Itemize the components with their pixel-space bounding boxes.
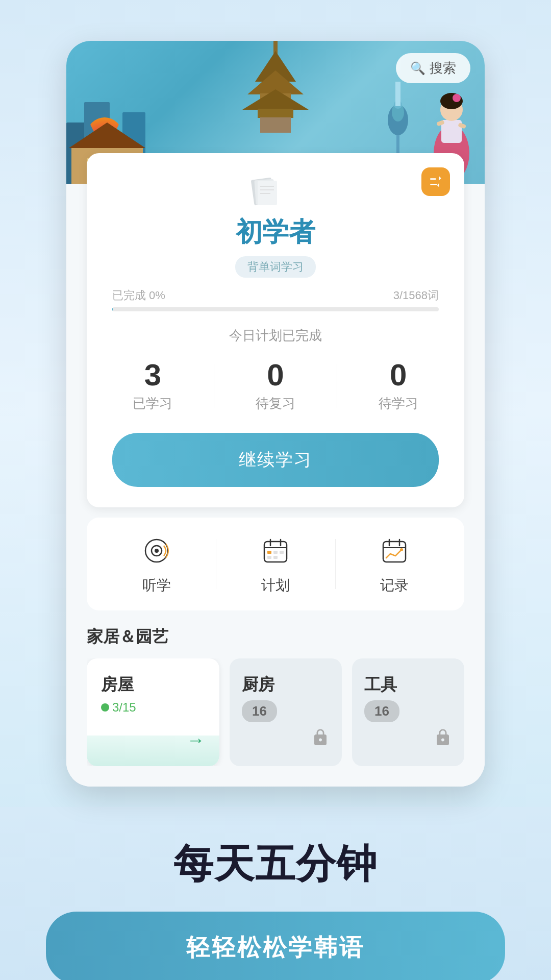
house-card-content: 房屋 3/15	[101, 674, 205, 715]
progress-section: 已完成 0% 3/1568词	[112, 288, 439, 311]
category-card-house[interactable]: 房屋 3/15 →	[87, 658, 219, 766]
category-title: 家居＆园艺	[87, 626, 464, 648]
svg-rect-6	[258, 109, 293, 118]
kitchen-card-title: 厨房	[242, 674, 330, 696]
stat-divider-1	[214, 364, 214, 408]
progress-bar-fill	[112, 307, 113, 311]
search-icon: 🔍	[410, 61, 425, 76]
category-cards: 房屋 3/15 → 厨房 16	[87, 658, 464, 766]
continue-button[interactable]: 继续学习	[112, 433, 439, 487]
lock-icon-kitchen	[311, 728, 330, 747]
stat-review-number: 0	[256, 360, 295, 390]
listen-icon-container	[139, 533, 174, 569]
svg-point-23	[453, 94, 461, 102]
daily-plan-title: 今日计划已完成	[112, 327, 439, 345]
quick-actions: 听学	[87, 518, 464, 610]
green-dot	[101, 703, 109, 712]
vocab-tag-container: 背单词学习	[112, 256, 439, 278]
stat-pending: 0 待学习	[379, 360, 418, 412]
book-icon	[250, 174, 301, 209]
progress-bar	[112, 307, 439, 311]
listen-icon	[141, 535, 172, 566]
stats-row: 3 已学习 0 待复习 0 待学习	[112, 360, 439, 412]
stat-pending-label: 待学习	[379, 395, 418, 412]
plan-label: 计划	[261, 576, 290, 595]
book-illustration	[112, 174, 439, 209]
listen-label: 听学	[142, 576, 171, 595]
tools-count-badge: 16	[364, 700, 399, 722]
progress-left-label: 已完成 0%	[112, 288, 165, 303]
svg-rect-28	[258, 181, 277, 205]
stat-learned-number: 3	[133, 360, 172, 390]
search-button[interactable]: 🔍 搜索	[396, 53, 470, 83]
action-listen[interactable]: 听学	[97, 533, 216, 595]
shuffle-button[interactable]	[421, 167, 450, 196]
lock-icon-tools	[434, 728, 452, 747]
svg-marker-14	[69, 122, 145, 148]
svg-point-34	[155, 549, 159, 553]
phone-card: 🔍 搜索	[66, 41, 485, 787]
svg-rect-42	[267, 556, 271, 559]
svg-rect-40	[273, 551, 278, 554]
stat-review: 0 待复习	[256, 360, 295, 412]
stat-divider-2	[337, 364, 337, 408]
category-section: 家居＆园艺 房屋 3/15 →	[87, 626, 464, 766]
main-content: 初学者 背单词学习 已完成 0% 3/1568词 今日计划已完成	[66, 153, 485, 787]
house-card-arrow: →	[187, 729, 205, 751]
action-record[interactable]: 记录	[335, 533, 454, 595]
stat-pending-number: 0	[379, 360, 418, 390]
svg-rect-12	[395, 82, 400, 106]
svg-point-48	[400, 548, 403, 551]
kitchen-card-content: 厨房 16	[242, 674, 330, 728]
svg-rect-20	[441, 120, 462, 143]
category-card-tools[interactable]: 工具 16	[352, 658, 464, 766]
category-card-kitchen[interactable]: 厨房 16	[230, 658, 342, 766]
tools-card-title: 工具	[364, 674, 452, 696]
progress-right-label: 3/1568词	[393, 288, 439, 303]
cta-button[interactable]: 轻轻松松学韩语	[46, 912, 505, 980]
record-icon	[379, 535, 410, 566]
record-label: 记录	[380, 576, 409, 595]
kitchen-lock-icon	[311, 728, 330, 751]
plan-icon	[260, 535, 291, 566]
learning-card: 初学者 背单词学习 已完成 0% 3/1568词 今日计划已完成	[87, 153, 464, 507]
top-section: 🔍 搜索	[0, 0, 551, 807]
tools-card-content: 工具 16	[364, 674, 452, 728]
main-tagline: 每天五分钟	[173, 838, 378, 891]
progress-labels: 已完成 0% 3/1568词	[112, 288, 439, 303]
stat-review-label: 待复习	[256, 395, 295, 412]
svg-rect-44	[383, 542, 406, 562]
stat-learned: 3 已学习	[133, 360, 172, 412]
tools-lock-icon	[434, 728, 452, 751]
level-title: 初学者	[112, 214, 439, 250]
plan-icon-container	[258, 533, 293, 569]
action-plan[interactable]: 计划	[216, 533, 335, 595]
vocab-badge: 背单词学习	[235, 256, 316, 278]
svg-rect-7	[260, 117, 291, 133]
house-card-progress: 3/15	[101, 700, 205, 715]
search-label: 搜索	[430, 59, 456, 77]
svg-rect-41	[280, 551, 284, 554]
svg-rect-39	[267, 551, 271, 554]
kitchen-count-badge: 16	[242, 700, 277, 722]
stat-learned-label: 已学习	[133, 395, 172, 412]
record-icon-container	[377, 533, 412, 569]
shuffle-icon	[428, 174, 444, 190]
pagoda-illustration	[204, 41, 347, 143]
svg-rect-43	[273, 556, 278, 559]
house-card-title: 房屋	[101, 674, 205, 696]
bottom-section: 每天五分钟 轻轻松松学韩语	[0, 807, 551, 980]
